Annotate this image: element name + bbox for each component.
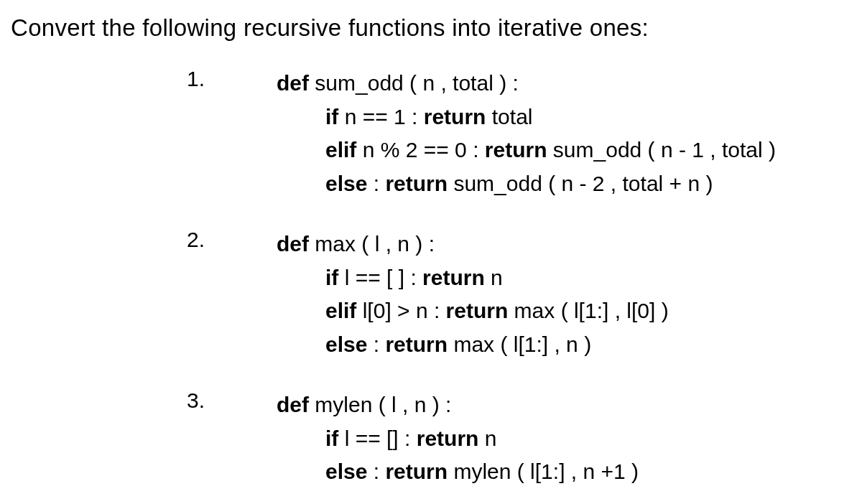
item-number: 1. — [187, 67, 277, 91]
keyword-elif: elif — [325, 299, 356, 322]
code-line: if l == [] : return n — [277, 422, 639, 456]
items-list: 1. def sum_odd ( n , total ) : if n == 1… — [11, 67, 851, 489]
code-line: else : return mylen ( l[1:] , n +1 ) — [277, 455, 639, 489]
code-line: def max ( l , n ) : — [277, 228, 669, 261]
code-line: else : return max ( l[1:] , n ) — [277, 328, 669, 362]
code-text: : — [367, 332, 385, 356]
code-line: if n == 1 : return total — [277, 101, 776, 134]
code-line: elif n % 2 == 0 : return sum_odd ( n - 1… — [277, 134, 776, 167]
code-text: : — [367, 172, 385, 195]
keyword-if: if — [325, 105, 338, 129]
code-text: l == [ ] : — [338, 266, 422, 289]
list-item: 1. def sum_odd ( n , total ) : if n == 1… — [11, 67, 851, 200]
keyword-return: return — [385, 172, 448, 195]
code-text: max ( l[1:] , l[0] ) — [508, 299, 668, 322]
code-text: n — [478, 426, 496, 450]
code-text: : — [367, 459, 385, 483]
code-text: sum_odd ( n , total ) : — [309, 71, 519, 95]
keyword-else: else — [325, 332, 367, 356]
code-text: mylen ( l[1:] , n +1 ) — [448, 459, 639, 483]
code-line: elif l[0] > n : return max ( l[1:] , l[0… — [277, 294, 669, 328]
keyword-return: return — [485, 138, 547, 162]
code-text: n — [485, 266, 503, 289]
code-line: if l == [ ] : return n — [277, 261, 669, 295]
keyword-return: return — [385, 332, 448, 356]
item-number: 2. — [187, 228, 277, 252]
list-item: 2. def max ( l , n ) : if l == [ ] : ret… — [11, 228, 851, 361]
keyword-if: if — [325, 266, 338, 289]
code-text: n == 1 : — [338, 105, 423, 129]
keyword-return: return — [417, 426, 479, 450]
code-text: n % 2 == 0 : — [356, 138, 484, 162]
keyword-else: else — [325, 172, 367, 195]
code-text: max ( l , n ) : — [309, 232, 435, 256]
code-block: def max ( l , n ) : if l == [ ] : return… — [277, 228, 669, 361]
keyword-return: return — [422, 266, 485, 289]
keyword-if: if — [325, 426, 338, 450]
keyword-return: return — [424, 105, 486, 129]
code-text: total — [486, 105, 532, 129]
keyword-else: else — [325, 459, 367, 483]
code-text: l[0] > n : — [356, 299, 445, 322]
keyword-def: def — [277, 232, 309, 256]
item-number: 3. — [187, 388, 277, 413]
code-text: max ( l[1:] , n ) — [448, 332, 591, 356]
code-block: def sum_odd ( n , total ) : if n == 1 : … — [277, 67, 776, 200]
code-block: def mylen ( l , n ) : if l == [] : retur… — [277, 388, 639, 489]
code-text: sum_odd ( n - 2 , total + n ) — [448, 172, 713, 195]
keyword-return: return — [385, 459, 448, 483]
code-line: def sum_odd ( n , total ) : — [277, 67, 776, 101]
page-title: Convert the following recursive function… — [11, 14, 851, 42]
code-line: def mylen ( l , n ) : — [277, 388, 639, 422]
code-line: else : return sum_odd ( n - 2 , total + … — [277, 167, 776, 201]
keyword-def: def — [277, 393, 309, 416]
code-text: l == [] : — [338, 426, 416, 450]
keyword-elif: elif — [325, 138, 356, 162]
keyword-return: return — [446, 299, 509, 322]
code-text: sum_odd ( n - 1 , total ) — [547, 138, 776, 162]
list-item: 3. def mylen ( l , n ) : if l == [] : re… — [11, 388, 851, 489]
keyword-def: def — [277, 71, 309, 95]
code-text: mylen ( l , n ) : — [309, 393, 451, 416]
